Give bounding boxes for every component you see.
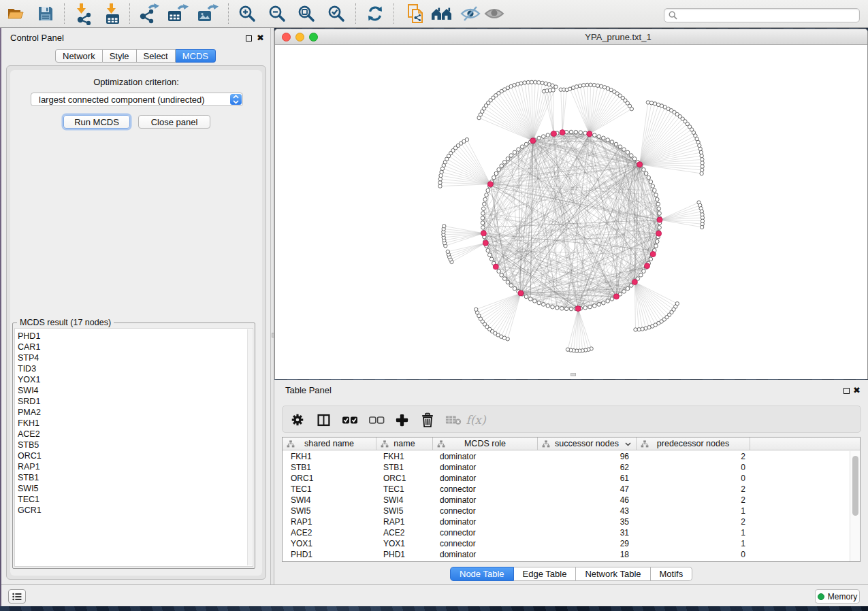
close-traffic-light[interactable]	[282, 33, 291, 42]
memory-button[interactable]: Memory	[815, 589, 860, 604]
control-panel-close-button[interactable]: ✖	[257, 34, 264, 42]
splitter-handle[interactable]	[570, 373, 576, 376]
table-panel-float-button[interactable]	[843, 388, 850, 394]
mcds-result-item[interactable]: STB1	[15, 472, 253, 483]
table-row[interactable]: YOX1YOX1connector291	[283, 538, 860, 549]
maximize-traffic-light[interactable]	[309, 33, 318, 42]
table-scrollbar[interactable]	[850, 451, 860, 561]
mcds-result-item[interactable]: STP4	[15, 352, 253, 363]
export-network-button[interactable]	[138, 2, 161, 25]
tab-edge-table[interactable]: Edge Table	[514, 567, 577, 581]
table-cell: FKH1	[283, 451, 376, 462]
clone-network-button[interactable]	[405, 2, 428, 25]
zoom-out-icon	[268, 4, 287, 23]
houses-icon	[430, 4, 453, 23]
checked-boxes-icon	[342, 412, 358, 428]
table-cell: 35	[538, 516, 637, 527]
control-panel-float-button[interactable]	[246, 35, 252, 42]
table-row[interactable]: FKH1FKH1dominator962	[283, 451, 860, 462]
mcds-result-list[interactable]: PHD1CAR1STP4TID3YOX1SWI4SRD1PMA2FKH1ACE2…	[14, 328, 253, 567]
network-canvas[interactable]	[275, 45, 867, 379]
mcds-result-item[interactable]: GCR1	[15, 505, 253, 516]
zoom-out-button[interactable]	[266, 2, 289, 25]
table-row[interactable]: ORC1ORC1dominator610	[283, 473, 860, 484]
mcds-result-item[interactable]: RAP1	[15, 461, 253, 472]
tab-network[interactable]: Network	[55, 49, 103, 63]
table-row[interactable]: STB1STB1dominator620	[283, 462, 860, 473]
open-file-button[interactable]	[4, 2, 27, 25]
minimize-traffic-light[interactable]	[295, 33, 304, 42]
network-window-titlebar[interactable]: YPA_prune.txt_1	[275, 29, 867, 45]
show-column-button[interactable]	[315, 412, 332, 428]
mcds-result-item[interactable]: PHD1	[15, 331, 253, 342]
search-input[interactable]	[677, 10, 859, 21]
zoom-selected-button[interactable]	[325, 2, 348, 25]
table-cell: connector	[433, 527, 538, 538]
mcds-result-item[interactable]: SRD1	[15, 396, 253, 407]
tab-style[interactable]: Style	[103, 49, 137, 63]
save-session-button[interactable]	[34, 2, 57, 25]
tab-node-table[interactable]: Node Table	[450, 567, 514, 581]
table-row[interactable]: SWI4SWI4dominator462	[283, 495, 860, 506]
export-image-button[interactable]	[196, 2, 219, 25]
table-row[interactable]: ACE2ACE2connector311	[283, 527, 860, 538]
sort-caret-icon	[625, 442, 631, 446]
refresh-button[interactable]	[364, 2, 387, 25]
table-row[interactable]: RAP1RAP1dominator352	[283, 516, 860, 527]
column-header-name[interactable]: name	[376, 437, 433, 450]
toolbar-separator	[228, 3, 229, 24]
table-row[interactable]: SWI5SWI5connector431	[283, 506, 860, 516]
deselect-all-button[interactable]	[368, 412, 385, 428]
mcds-result-item[interactable]: ACE2	[15, 429, 253, 440]
search-icon	[669, 11, 677, 20]
mcds-result-item[interactable]: PMA2	[15, 407, 253, 418]
panel-menu-button[interactable]	[8, 589, 26, 604]
zoom-in-button[interactable]	[236, 2, 259, 25]
table-row[interactable]: PHD1PHD1dominator180	[283, 549, 860, 560]
show-all-button[interactable]	[483, 2, 506, 25]
tab-select[interactable]: Select	[137, 49, 176, 63]
toolbar-separator	[393, 3, 394, 24]
mcds-result-item[interactable]: FKH1	[15, 418, 253, 429]
function-builder-button[interactable]: f(x)	[468, 412, 484, 428]
criterion-combobox[interactable]: largest connected component (undirected)	[31, 93, 243, 106]
mcds-result-item[interactable]: TEC1	[15, 494, 253, 505]
delete-table-button[interactable]	[445, 412, 462, 428]
import-table-button[interactable]	[101, 2, 125, 25]
table-cell: 0	[637, 473, 750, 484]
hide-selected-button[interactable]	[459, 2, 482, 25]
mcds-result-item[interactable]: SWI4	[15, 385, 253, 396]
table-scrollbar-thumb[interactable]	[852, 456, 858, 516]
mcds-list-scrollbar[interactable]	[247, 329, 252, 565]
add-row-button[interactable]	[393, 412, 410, 428]
first-neighbors-button[interactable]	[430, 2, 453, 25]
column-header-predecessor-nodes[interactable]: predecessor nodes	[637, 437, 750, 450]
column-header-shared-name[interactable]: shared name	[283, 437, 376, 450]
table-settings-button[interactable]	[289, 412, 306, 428]
table-cell: 1	[637, 538, 750, 549]
run-mcds-button[interactable]: Run MCDS	[63, 115, 130, 129]
tab-mcds[interactable]: MCDS	[176, 49, 216, 63]
export-table-button[interactable]	[166, 2, 189, 25]
tab-motifs[interactable]: Motifs	[651, 567, 693, 581]
search-field[interactable]	[664, 8, 860, 22]
column-header-successor-nodes[interactable]: successor nodes	[538, 437, 637, 450]
mcds-result-item[interactable]: YOX1	[15, 374, 253, 385]
node-table: shared namenameMCDS rolesuccessor nodesp…	[282, 437, 861, 562]
table-row[interactable]: TEC1TEC1connector472	[283, 484, 860, 495]
mcds-result-item[interactable]: SWI5	[15, 483, 253, 494]
import-network-button[interactable]	[72, 2, 95, 25]
mcds-result-item[interactable]: STB5	[15, 440, 253, 450]
delete-row-button[interactable]	[419, 412, 436, 428]
mcds-result-item[interactable]: CAR1	[15, 342, 253, 352]
close-panel-button[interactable]: Close panel	[138, 115, 210, 129]
table-panel-close-button[interactable]: ✖	[853, 386, 861, 395]
mcds-result-item[interactable]: TID3	[15, 363, 253, 374]
select-all-button[interactable]	[342, 412, 358, 428]
column-header-MCDS-role[interactable]: MCDS role	[433, 437, 538, 450]
zoom-fit-button[interactable]	[295, 2, 318, 25]
list-icon	[12, 593, 22, 601]
tab-network-table[interactable]: Network Table	[576, 567, 650, 581]
splitter-handle[interactable]	[272, 333, 274, 337]
mcds-result-item[interactable]: ORC1	[15, 450, 253, 461]
